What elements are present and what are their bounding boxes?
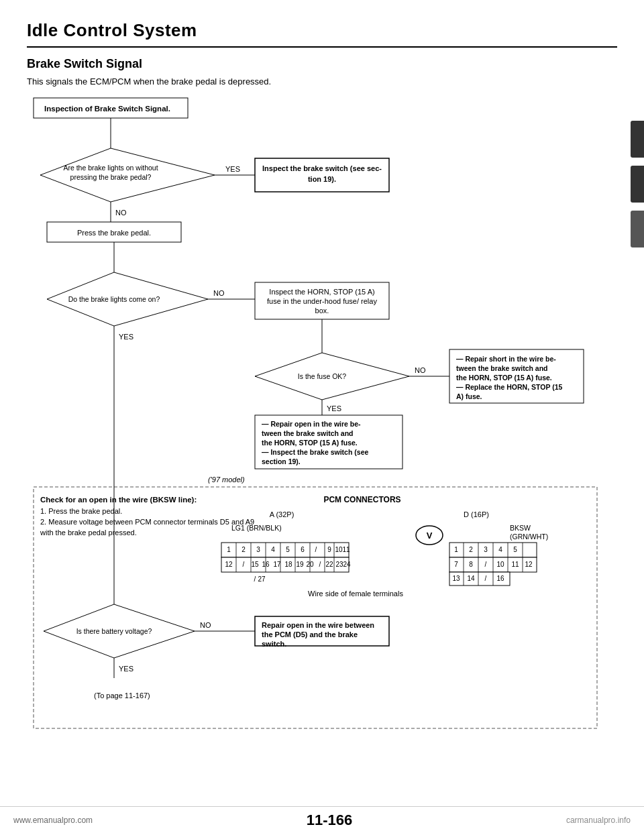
svg-text:NO: NO: [115, 209, 127, 217]
svg-text:PCM CONNECTORS: PCM CONNECTORS: [323, 495, 400, 504]
svg-text:tween the brake switch and: tween the brake switch and: [456, 364, 548, 372]
svg-text:10: 10: [496, 561, 504, 568]
svg-text:Inspection of Brake Switch Sig: Inspection of Brake Switch Signal.: [44, 105, 170, 113]
svg-text:— Repair short in the wire be-: — Repair short in the wire be-: [456, 355, 556, 363]
svg-text:2.  Measure voltage between PC: 2. Measure voltage between PCM connector…: [40, 518, 254, 526]
svg-marker-27: [255, 353, 409, 400]
svg-text:Is there battery voltage?: Is there battery voltage?: [76, 627, 152, 635]
svg-text:(GRN/WHT): (GRN/WHT): [510, 533, 548, 541]
svg-text:Do the brake lights come on?: Do the brake lights come on?: [68, 295, 160, 303]
svg-text:16: 16: [262, 561, 270, 568]
right-tab-2[interactable]: [631, 166, 644, 203]
svg-text:BKSW: BKSW: [510, 524, 531, 532]
svg-text:23: 23: [335, 561, 343, 568]
svg-text:2: 2: [469, 546, 473, 553]
svg-rect-13: [47, 222, 181, 242]
svg-text:4: 4: [271, 546, 275, 553]
svg-text:switch.: switch.: [262, 640, 286, 648]
svg-text:Press the brake pedal.: Press the brake pedal.: [77, 229, 151, 237]
svg-text:YES: YES: [119, 665, 133, 673]
svg-text:Check for an open in the wire : Check for an open in the wire (BKSW line…: [40, 496, 197, 504]
svg-text:the PCM (D5) and the brake: the PCM (D5) and the brake: [262, 630, 358, 638]
svg-text:18: 18: [284, 561, 292, 568]
svg-text:NO: NO: [200, 621, 211, 629]
svg-text:with the brake pedal pressed.: with the brake pedal pressed.: [40, 529, 137, 537]
svg-text:/: /: [319, 561, 321, 568]
svg-text:10: 10: [335, 546, 343, 553]
svg-text:17: 17: [273, 561, 281, 568]
svg-text:8: 8: [469, 561, 473, 568]
svg-text:15: 15: [251, 561, 259, 568]
flowchart-area: Inspection of Brake Switch Signal. Are t…: [27, 95, 617, 752]
svg-text:11: 11: [511, 561, 519, 568]
svg-text:LG1 (BRN/BLK): LG1 (BRN/BLK): [231, 524, 282, 532]
section-desc: This signals the ECM/PCM when the brake …: [27, 76, 617, 87]
svg-text:NO: NO: [213, 289, 225, 297]
svg-text:the HORN, STOP (15 A) fuse.: the HORN, STOP (15 A) fuse.: [262, 439, 358, 447]
svg-text:V: V: [427, 531, 433, 541]
svg-rect-124: [449, 572, 510, 586]
section-divider: [27, 46, 617, 48]
section-title: Brake Switch Signal: [27, 57, 617, 71]
svg-text:5: 5: [286, 546, 290, 553]
svg-text:12: 12: [525, 561, 533, 568]
right-tab-1[interactable]: [631, 121, 644, 158]
svg-text:19: 19: [296, 561, 304, 568]
svg-text:Inspect the brake switch (see : Inspect the brake switch (see sec-: [262, 164, 382, 172]
svg-text:Are the brake lights on withou: Are the brake lights on without: [63, 164, 158, 172]
svg-text:section 19).: section 19).: [262, 457, 301, 465]
svg-rect-0: [34, 98, 188, 118]
footer-page-number: 11-166: [307, 812, 353, 829]
svg-text:1: 1: [227, 546, 231, 553]
footer-right: carmanualpro.info: [566, 816, 631, 825]
svg-text:Wire side of female terminals: Wire side of female terminals: [308, 590, 403, 598]
svg-marker-16: [47, 272, 208, 326]
flowchart-svg: Inspection of Brake Switch Signal. Are t…: [27, 95, 617, 752]
page-content: Idle Control System Brake Switch Signal …: [0, 0, 644, 765]
svg-text:5: 5: [513, 546, 517, 553]
svg-text:(To page 11-167): (To page 11-167): [94, 691, 150, 700]
svg-marker-134: [44, 604, 195, 658]
svg-rect-78: [221, 557, 349, 572]
svg-text:NO: NO: [415, 366, 426, 374]
svg-rect-31: [449, 349, 584, 403]
svg-text:6: 6: [301, 546, 305, 553]
right-tab-3[interactable]: [631, 211, 644, 247]
svg-text:A) fuse.: A) fuse.: [456, 392, 482, 400]
svg-text:Is the fuse OK?: Is the fuse OK?: [298, 372, 347, 380]
svg-text:3: 3: [484, 546, 488, 553]
svg-text:7: 7: [454, 561, 458, 568]
footer-website: www.emanualpro.com: [13, 816, 93, 825]
svg-marker-3: [40, 148, 215, 202]
svg-text:1.  Press the brake pedal.: 1. Press the brake pedal.: [40, 507, 122, 515]
svg-text:14: 14: [467, 575, 475, 582]
svg-text:— Inspect the brake switch (se: — Inspect the brake switch (see: [262, 448, 368, 456]
svg-text:Repair open in the wire betwee: Repair open in the wire between: [262, 621, 374, 629]
svg-text:YES: YES: [225, 165, 240, 173]
svg-text:13: 13: [452, 575, 460, 582]
svg-text:20: 20: [306, 561, 314, 568]
svg-point-57: [416, 526, 443, 545]
svg-text:12: 12: [225, 561, 233, 568]
svg-text:22: 22: [325, 561, 333, 568]
svg-text:/: /: [243, 561, 245, 568]
svg-text:3: 3: [256, 546, 260, 553]
svg-text:11: 11: [342, 546, 350, 553]
svg-text:YES: YES: [119, 333, 133, 341]
svg-text:9: 9: [327, 546, 331, 553]
svg-text:24: 24: [343, 561, 351, 568]
svg-rect-101: [449, 543, 537, 557]
svg-text:2: 2: [241, 546, 246, 553]
svg-text:tion 19).: tion 19).: [308, 175, 336, 183]
right-tabs: [631, 121, 644, 247]
svg-rect-39: [255, 415, 402, 469]
svg-rect-59: [221, 543, 349, 557]
svg-rect-112: [449, 557, 537, 572]
svg-text:/: /: [254, 575, 256, 583]
svg-text:— Replace the HORN, STOP (15: — Replace the HORN, STOP (15: [456, 383, 562, 391]
svg-text:pressing the brake pedal?: pressing the brake pedal?: [70, 173, 152, 181]
svg-text:4: 4: [498, 546, 502, 553]
svg-text:D (16P): D (16P): [464, 510, 489, 518]
svg-rect-138: [255, 616, 389, 646]
svg-text:27: 27: [258, 575, 266, 583]
